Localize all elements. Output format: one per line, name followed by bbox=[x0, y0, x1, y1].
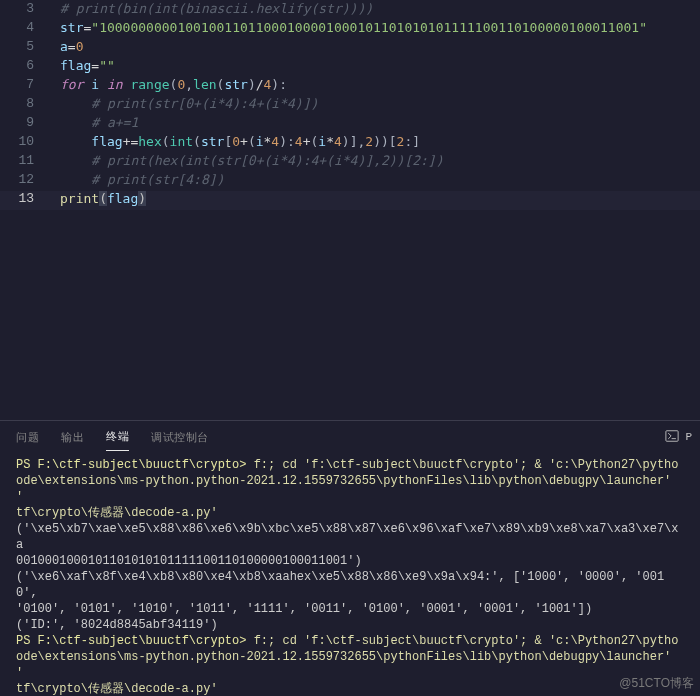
code-line[interactable]: # print(hex(int(str[0+(i*4):4+(i*4)],2))… bbox=[60, 153, 700, 172]
code-line[interactable]: # print(str[0+(i*4):4+(i*4)]) bbox=[60, 96, 700, 115]
line-number: 13 bbox=[0, 191, 50, 210]
panel-label: P bbox=[685, 431, 692, 443]
terminal-line: ('\xe5\xb7\xae\xe5\x88\x86\xe6\x9b\xbc\x… bbox=[16, 521, 684, 553]
line-number: 10 bbox=[0, 134, 50, 153]
line-number: 7 bbox=[0, 77, 50, 96]
code-content[interactable]: # print(bin(int(binascii.hexlify(str))))… bbox=[60, 0, 700, 210]
code-line[interactable]: str="10000000001001001101100010000100010… bbox=[60, 20, 700, 39]
terminal-line: 0010001000101101010101111100110100000100… bbox=[16, 553, 684, 569]
tab-problems[interactable]: 问题 bbox=[16, 424, 39, 451]
svg-rect-0 bbox=[666, 430, 678, 441]
bottom-panel: 问题 输出 终端 调试控制台 P PS F:\ctf-subject\buuct… bbox=[0, 420, 700, 696]
line-gutter: 3 4 5 6 7 8 9 10 11 12 13 bbox=[0, 0, 50, 210]
terminal-line: ode\extensions\ms-python.python-2021.12.… bbox=[16, 473, 684, 505]
code-editor[interactable]: 3 4 5 6 7 8 9 10 11 12 13 # print(bin(in… bbox=[0, 0, 700, 420]
line-number: 4 bbox=[0, 20, 50, 39]
terminal-line: tf\crypto\传感器\decode-a.py' bbox=[16, 681, 684, 696]
code-line[interactable]: # a+=1 bbox=[60, 115, 700, 134]
line-number: 11 bbox=[0, 153, 50, 172]
code-line[interactable]: for i in range(0,len(str)/4): bbox=[60, 77, 700, 96]
panel-tabs: 问题 输出 终端 调试控制台 P bbox=[0, 421, 700, 453]
panel-actions: P bbox=[665, 429, 692, 446]
line-number: 3 bbox=[0, 1, 50, 20]
powershell-icon[interactable] bbox=[665, 429, 679, 446]
terminal-line: ('\xe6\xaf\x8f\xe4\xb8\x80\xe4\xb8\xaahe… bbox=[16, 569, 684, 601]
tab-terminal[interactable]: 终端 bbox=[106, 423, 129, 451]
terminal-line: ('ID:', '8024d8845abf34119') bbox=[16, 617, 684, 633]
terminal-line: '0100', '0101', '1010', '1011', '1111', … bbox=[16, 601, 684, 617]
tab-output[interactable]: 输出 bbox=[61, 424, 84, 451]
terminal-output[interactable]: PS F:\ctf-subject\buuctf\crypto> f:; cd … bbox=[0, 453, 700, 696]
line-number: 6 bbox=[0, 58, 50, 77]
code-line[interactable]: flag+=hex(int(str[0+(i*4):4+(i*4)],2))[2… bbox=[60, 134, 700, 153]
code-line[interactable]: a=0 bbox=[60, 39, 700, 58]
terminal-line: ode\extensions\ms-python.python-2021.12.… bbox=[16, 649, 684, 681]
terminal-line: PS F:\ctf-subject\buuctf\crypto> f:; cd … bbox=[16, 457, 684, 473]
code-line[interactable]: print(flag) bbox=[0, 191, 700, 210]
terminal-line: PS F:\ctf-subject\buuctf\crypto> f:; cd … bbox=[16, 633, 684, 649]
line-number: 8 bbox=[0, 96, 50, 115]
code-line[interactable]: # print(bin(int(binascii.hexlify(str)))) bbox=[60, 1, 700, 20]
line-number: 12 bbox=[0, 172, 50, 191]
code-line[interactable]: flag="" bbox=[60, 58, 700, 77]
tab-debug[interactable]: 调试控制台 bbox=[151, 424, 209, 451]
watermark: @51CTO博客 bbox=[619, 675, 694, 692]
terminal-line: tf\crypto\传感器\decode-a.py' bbox=[16, 505, 684, 521]
code-line[interactable]: # print(str[4:8]) bbox=[60, 172, 700, 191]
line-number: 5 bbox=[0, 39, 50, 58]
line-number: 9 bbox=[0, 115, 50, 134]
